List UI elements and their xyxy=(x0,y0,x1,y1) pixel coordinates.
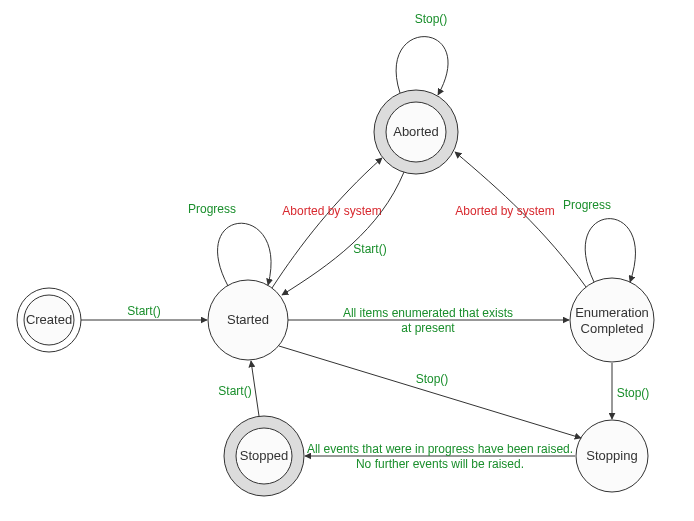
state-aborted-label: Aborted xyxy=(393,124,439,139)
edge-aborted-started-label: Start() xyxy=(353,242,386,256)
state-stopping: Stopping xyxy=(576,420,648,492)
edge-aborted-stop-label: Stop() xyxy=(415,12,448,26)
edge-started-aborted xyxy=(272,158,382,288)
state-enum-label-1: Enumeration xyxy=(575,305,649,320)
edge-stopping-stopped-label-1: All events that were in progress have be… xyxy=(307,442,573,456)
edge-aborted-stop xyxy=(396,37,448,95)
state-started-label: Started xyxy=(227,312,269,327)
state-stopped-label: Stopped xyxy=(240,448,288,463)
edge-stopping-stopped-label-2: No further events will be raised. xyxy=(356,457,524,471)
state-enumeration-completed: Enumeration Completed xyxy=(570,278,654,362)
state-aborted: Aborted xyxy=(374,90,458,174)
state-stopping-label: Stopping xyxy=(586,448,637,463)
edge-started-aborted-label: Aborted by system xyxy=(282,204,381,218)
edge-started-stopping-label: Stop() xyxy=(416,372,449,386)
state-started: Started xyxy=(208,280,288,360)
state-enum-label-2: Completed xyxy=(581,321,644,336)
edge-stopped-started-label: Start() xyxy=(218,384,251,398)
edge-started-stopping xyxy=(279,346,581,438)
state-created: Created xyxy=(17,288,81,352)
edge-created-started-label: Start() xyxy=(127,304,160,318)
state-stopped: Stopped xyxy=(224,416,304,496)
edge-started-progress xyxy=(218,223,272,286)
edge-stopped-started xyxy=(251,361,259,416)
edge-started-enum-label-1: All items enumerated that exists xyxy=(343,306,513,320)
edge-enum-stopping-label: Stop() xyxy=(617,386,650,400)
edge-aborted-started xyxy=(282,172,404,295)
edge-enum-aborted xyxy=(455,152,586,287)
edge-enum-progress xyxy=(585,219,635,282)
edge-enum-aborted-label: Aborted by system xyxy=(455,204,554,218)
edge-started-progress-label: Progress xyxy=(188,202,236,216)
edge-enum-progress-label: Progress xyxy=(563,198,611,212)
state-created-label: Created xyxy=(26,312,72,327)
edge-started-enum-label-2: at present xyxy=(401,321,455,335)
state-diagram: Created Started Aborted Enumeration Comp… xyxy=(0,0,694,521)
